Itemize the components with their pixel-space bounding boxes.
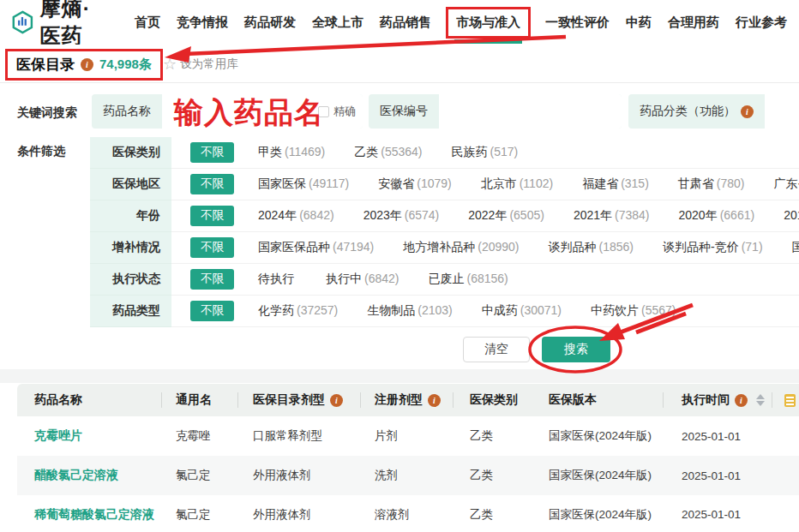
library-bar: 医保目录 i 74,998条 ☆ 设为常用库: [0, 45, 799, 83]
column-header-execution-time: 执行时间i: [663, 384, 772, 416]
library-title-annotation-box: 医保目录 i 74,998条: [5, 49, 163, 81]
drug-category-field: 药品分类（功能） i: [628, 94, 799, 129]
clear-button[interactable]: 清空: [463, 337, 530, 362]
filter-options: 不限 甲类(11469) 乙类(55364) 民族药(517): [171, 137, 799, 169]
set-favorite-library-button[interactable]: ☆ 设为常用库: [163, 57, 238, 72]
filter-option[interactable]: 福建省(315): [582, 176, 649, 192]
filter-option[interactable]: 2020年(6661): [679, 208, 755, 224]
nav-item-drug-sales[interactable]: 药品销售: [378, 11, 433, 34]
drug-name-link[interactable]: 醋酸氯己定溶液: [34, 468, 118, 481]
filter-row-label: 医保地区: [90, 169, 171, 200]
filter-option[interactable]: 地方增补品种(20990): [403, 240, 519, 255]
filter-option[interactable]: 2022年(6505): [468, 208, 544, 224]
filter-row-year: 年份 不限 2024年(6842) 2023年(6574) 2022年(6505…: [90, 200, 799, 232]
filter-unlimited-button[interactable]: 不限: [190, 174, 234, 194]
filter-option[interactable]: 中成药(30071): [482, 303, 562, 319]
insurance-version-cell: 国家医保(2024年版): [530, 428, 663, 444]
drug-name-field-label: 药品名称: [92, 104, 162, 119]
filter-unlimited-button[interactable]: 不限: [190, 301, 234, 321]
column-header-insurance-version: 医保版本: [530, 384, 663, 416]
filter-option[interactable]: 广东省(1449: [774, 176, 799, 192]
filter-option[interactable]: 待执行: [258, 272, 297, 287]
filter-option[interactable]: 生物制品(2103): [367, 303, 452, 319]
insurance-class-cell: 乙类: [453, 428, 530, 444]
logo-hexagon-icon: [10, 6, 35, 39]
filter-row-label: 执行状态: [90, 264, 171, 296]
nav-item-market-access[interactable]: 市场与准入: [446, 7, 531, 39]
filter-option[interactable]: 2021年(7384): [574, 208, 650, 224]
column-header-drug-name: 药品名称: [17, 384, 161, 416]
nav-item-global-launch[interactable]: 全球上市: [310, 11, 365, 34]
directory-dosage-cell: 外用液体剂: [237, 468, 360, 483]
generic-name-cell: 氯己定: [161, 468, 237, 483]
filter-option[interactable]: 化学药(37257): [258, 303, 338, 319]
clipped-column-icon: [784, 394, 796, 407]
exact-match-label: 精确: [333, 104, 356, 119]
filter-option[interactable]: 安徽省(1079): [378, 176, 451, 192]
filter-option[interactable]: 已废止(68156): [428, 272, 508, 287]
filter-option[interactable]: 谈判品种(1856): [549, 240, 634, 255]
registered-dosage-cell: 洗剂: [360, 468, 453, 483]
filter-option[interactable]: 2023年(6574): [363, 208, 440, 224]
filter-option[interactable]: 北京市(1102): [481, 176, 553, 192]
drug-category-input[interactable]: [765, 94, 799, 129]
section-divider-band: [0, 369, 799, 383]
nav-item-competitive-intel[interactable]: 竞争情报: [175, 11, 230, 34]
filter-unlimited-button[interactable]: 不限: [190, 206, 234, 226]
filter-option[interactable]: 中药饮片(5567): [591, 303, 676, 319]
nav-items: 首页 竞争情报 药品研发 全球上市 药品销售 市场与准入 一致性评价 中药 合理…: [133, 7, 789, 39]
filter-option[interactable]: 甲类(11469): [258, 145, 325, 160]
filter-unlimited-button[interactable]: 不限: [190, 269, 234, 290]
filter-table: 医保类别 不限 甲类(11469) 乙类(55364) 民族药(517) 医保地…: [90, 137, 799, 327]
registered-dosage-cell: 片剂: [360, 428, 453, 444]
execution-time-cell: 2025-01-01: [663, 430, 772, 443]
filter-option[interactable]: 国家医保(49117): [258, 176, 349, 192]
table-header-row: 药品名称 通用名 医保目录剂型i 注册剂型i 医保类别 医保版本 执行时间i: [17, 384, 799, 416]
filter-option[interactable]: 甘肃省(780): [678, 176, 745, 192]
top-nav: 摩熵·医药 首页 竞争情报 药品研发 全球上市 药品销售 市场与准入 一致性评价…: [0, 0, 799, 45]
sort-toggle-icon[interactable]: [756, 394, 765, 406]
insurance-version-cell: 国家医保(2024年版): [530, 468, 663, 483]
nav-item-home[interactable]: 首页: [133, 11, 162, 34]
nav-item-consistency-eval[interactable]: 一致性评价: [544, 11, 611, 34]
search-button[interactable]: 搜索: [542, 337, 610, 362]
column-header-insurance-class: 医保类别: [453, 384, 530, 416]
logo[interactable]: 摩熵·医药: [10, 0, 111, 50]
nav-item-rational-use[interactable]: 合理用药: [666, 11, 721, 34]
execution-time-info-icon[interactable]: i: [735, 394, 748, 407]
registered-dosage-info-icon[interactable]: i: [428, 394, 441, 407]
drug-category-info-icon[interactable]: i: [741, 105, 754, 118]
filter-option[interactable]: 乙类(55364): [354, 145, 422, 160]
column-header-clipped: [772, 384, 799, 416]
filter-option[interactable]: 执行中(6842): [326, 272, 399, 287]
directory-dosage-cell: 外用液体剂: [237, 507, 360, 523]
filter-row-label: 药品类型: [90, 296, 171, 327]
filter-options: 不限 2024年(6842) 2023年(6574) 2022年(6505) 2…: [171, 200, 799, 232]
column-header-generic-name: 通用名: [161, 384, 237, 416]
annotation-drug-name-hint: 输入药品名: [174, 93, 324, 133]
drug-category-field-label: 药品分类（功能） i: [628, 104, 765, 119]
filter-option[interactable]: 2019年(707: [784, 208, 799, 224]
insurance-code-input[interactable]: [439, 94, 622, 129]
column-header-directory-dosage-form: 医保目录剂型i: [237, 384, 360, 416]
logo-text: 摩熵·医药: [40, 0, 111, 50]
filter-row-label: 年份: [90, 200, 171, 232]
directory-dosage-info-icon[interactable]: i: [330, 394, 343, 407]
filter-option[interactable]: 民族药(517): [451, 145, 518, 160]
nav-item-tcm[interactable]: 中药: [624, 11, 653, 34]
drug-name-link[interactable]: 克霉唑片: [34, 428, 82, 442]
filter-option[interactable]: 国家医保品种(47194): [258, 240, 374, 255]
nav-item-industry-reference[interactable]: 行业参考: [734, 11, 789, 34]
filter-row-label: 增补情况: [90, 232, 171, 264]
filter-option[interactable]: 国家医保调: [792, 240, 799, 255]
registered-dosage-cell: 溶液剂: [360, 507, 453, 523]
execution-time-cell: 2025-01-01: [663, 469, 772, 482]
library-info-icon[interactable]: i: [81, 58, 93, 71]
filter-option[interactable]: 2024年(6842): [258, 208, 334, 224]
filter-unlimited-button[interactable]: 不限: [190, 142, 234, 163]
filter-unlimited-button[interactable]: 不限: [190, 237, 234, 258]
filter-options: 不限 待执行 执行中(6842) 已废止(68156): [171, 264, 799, 296]
filter-option[interactable]: 谈判品种-竞价(71): [663, 240, 763, 255]
nav-item-drug-rd[interactable]: 药品研发: [243, 11, 297, 34]
drug-name-link[interactable]: 稀葡萄糖酸氯己定溶液: [34, 507, 154, 521]
